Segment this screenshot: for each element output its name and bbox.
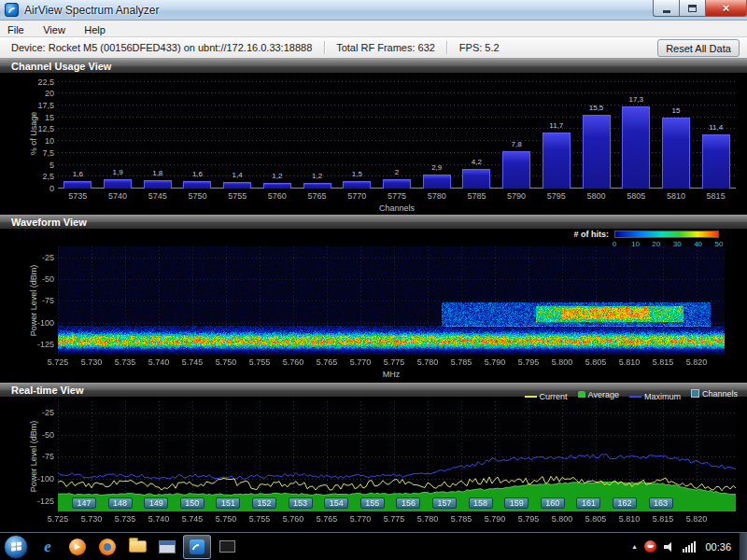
usage-bar-value: 11,7 (530, 121, 582, 130)
x-tick-label: 5.765 (310, 514, 344, 524)
screen: AirView Spectrum Analyzer × File View He… (0, 0, 747, 560)
taskbar-icon-airview-active[interactable] (183, 535, 211, 559)
x-tick-label: 5.795 (512, 514, 545, 524)
section-title: Real-time View (11, 385, 83, 396)
y-tick-label: 0 (13, 184, 54, 193)
tray-volume-icon[interactable] (663, 541, 676, 553)
usage-bar (622, 106, 650, 189)
legend-label: Channels (702, 389, 738, 399)
taskbar-icon-media-player[interactable]: ▶ (63, 535, 92, 559)
y-tick-label: -100 (13, 474, 54, 483)
channel-badge: 160 (541, 497, 565, 509)
legend-swatch (578, 391, 585, 398)
x-tick-label: 5.745 (176, 357, 209, 367)
channel-badge: 147 (72, 497, 96, 509)
taskbar-clock[interactable]: 00:36 (705, 541, 731, 553)
channel-badge: 154 (324, 497, 348, 509)
x-tick-label: 5.810 (613, 357, 646, 367)
x-tick-label: 5760 (258, 191, 298, 201)
usage-bar (144, 180, 172, 189)
x-tick-label: 5.780 (411, 357, 444, 367)
channel-badge: 156 (396, 497, 420, 509)
x-tick-label: 5.785 (444, 514, 478, 524)
x-tick-label: 5.780 (411, 514, 444, 524)
close-button[interactable]: × (705, 0, 747, 17)
x-tick-label: 5765 (297, 191, 337, 201)
x-tick-label: 5.805 (579, 357, 613, 367)
show-hidden-icons-button[interactable]: ▴ (627, 542, 641, 551)
channel-badge: 159 (504, 497, 529, 509)
legend-item-channels: Channels (691, 389, 738, 399)
taskbar-icon-folder[interactable] (123, 535, 151, 559)
taskbar-icon-firefox[interactable] (93, 535, 121, 559)
x-tick-label: 5.795 (512, 357, 545, 367)
waveform-header: Waveform View (0, 215, 747, 229)
channel-usage-header: Channel Usage View (0, 59, 747, 73)
usage-bar-value: 15,5 (571, 104, 622, 112)
usage-bar-value: 15 (651, 106, 702, 115)
legend-label: Current (540, 392, 568, 401)
x-tick-label: 5.755 (243, 357, 276, 367)
hits-scale-tick: 10 (626, 240, 644, 248)
hits-scale-tick: 30 (668, 240, 686, 248)
usage-bar (303, 183, 331, 189)
start-button[interactable] (4, 535, 28, 559)
y-tick-label: -125 (13, 497, 54, 506)
usage-bar (104, 179, 132, 189)
tray-antivirus-icon[interactable] (644, 540, 656, 553)
menu-view[interactable]: View (35, 22, 73, 37)
x-tick-label: 5735 (58, 191, 98, 201)
y-tick-label: 5 (13, 161, 54, 170)
show-desktop-button[interactable] (739, 533, 747, 560)
x-tick-label: 5805 (616, 191, 656, 201)
legend-swatch (629, 396, 641, 398)
x-tick-label: 5.790 (478, 357, 512, 367)
close-icon: × (723, 2, 730, 14)
y-tick-label: -75 (13, 452, 54, 461)
hits-scale-tick: 40 (689, 240, 708, 248)
x-tick-label: 5.740 (142, 357, 176, 367)
channel-badge: 155 (360, 497, 385, 509)
x-tick-label: 5.725 (41, 357, 75, 367)
x-tick-label: 5800 (576, 191, 616, 201)
usage-bar-value: 4,2 (451, 158, 502, 166)
taskbar-icon-explorer[interactable] (153, 535, 181, 559)
menu-help[interactable]: Help (77, 22, 113, 37)
x-tick-label: 5795 (536, 191, 576, 201)
channel-badge: 152 (252, 497, 276, 509)
taskbar-icon-console[interactable] (213, 535, 241, 559)
separator (324, 41, 325, 54)
taskbar-icon-ie[interactable]: e (34, 535, 62, 559)
usage-bar (423, 175, 451, 189)
usage-bar-value: 17,3 (611, 95, 662, 104)
channel-badge: 162 (613, 497, 637, 509)
usage-bar (223, 182, 251, 189)
usage-bar-value: 7,8 (491, 140, 543, 148)
fps-info: FPS: 5.2 (459, 37, 500, 58)
x-tick-label: 5.735 (108, 514, 142, 524)
maximize-button[interactable] (679, 0, 705, 17)
x-tick-label: 5.800 (545, 357, 579, 367)
x-axis-label: Channels (58, 203, 736, 213)
realtime-legend: CurrentAverageMaximumChannels (514, 385, 738, 401)
y-tick-label: -25 (13, 253, 54, 262)
x-tick-label: 5785 (457, 191, 497, 201)
usage-bar (263, 183, 291, 189)
x-tick-label: 5815 (696, 191, 736, 201)
reset-all-data-button[interactable]: Reset All Data (657, 39, 740, 57)
gridline (58, 105, 736, 105)
channel-badge: 151 (216, 497, 240, 509)
tray-network-icon[interactable] (683, 541, 696, 553)
airview-icon (190, 539, 204, 554)
x-tick-label: 5.760 (276, 514, 310, 524)
channel-badge: 148 (108, 497, 133, 509)
y-tick-label: 2,5 (13, 172, 54, 181)
menu-file[interactable]: File (0, 22, 32, 37)
section-title: Channel Usage View (11, 61, 111, 72)
status-toolbar: Device: Rocket M5 (00156DFED433) on ubnt… (0, 37, 747, 59)
y-tick-label: 20 (13, 89, 54, 98)
x-tick-label: 5740 (98, 191, 138, 201)
usage-bar (583, 115, 611, 189)
channel-badge: 153 (289, 497, 313, 509)
minimize-button[interactable] (653, 0, 679, 17)
